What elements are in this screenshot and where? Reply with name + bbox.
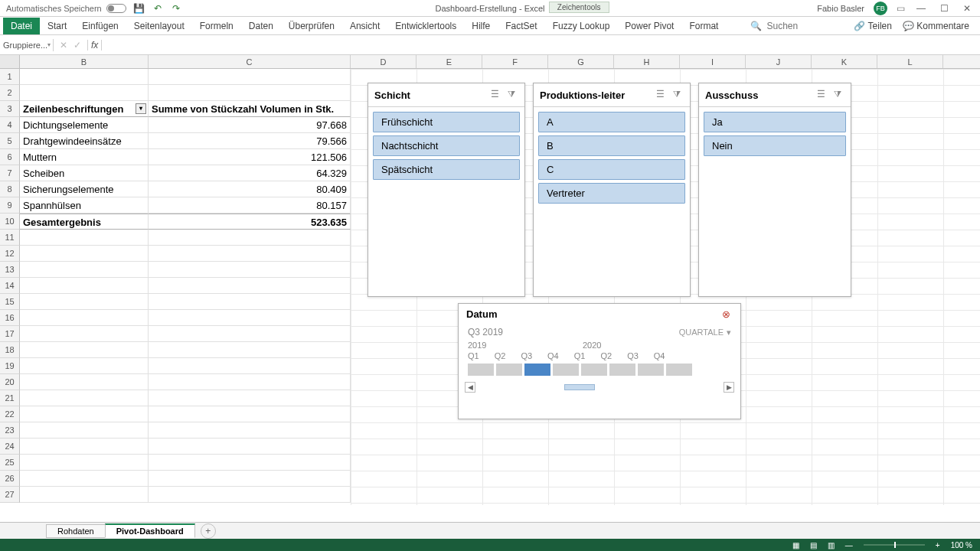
cell[interactable]	[20, 278, 149, 294]
cell[interactable]: Drahtgewindeeinsätze	[20, 133, 149, 149]
row-header[interactable]: 26	[0, 471, 20, 487]
tab-powerpivot[interactable]: Power Pivot	[617, 18, 681, 34]
slicer-schicht[interactable]: Schicht ☰ ⧩ FrühschichtNachtschichtSpäts…	[368, 83, 525, 297]
select-all-corner[interactable]	[0, 55, 20, 68]
sheet-tab[interactable]: Rohdaten	[46, 524, 106, 538]
grid-row[interactable]: 24	[0, 439, 980, 455]
row-header[interactable]: 17	[0, 326, 20, 342]
spreadsheet-grid[interactable]: 1 2 3 Zeilenbeschriftungen▾ Summe von St…	[0, 69, 980, 505]
cell[interactable]	[149, 439, 351, 455]
timeline-segment[interactable]	[496, 364, 522, 376]
col-header[interactable]: L	[877, 55, 943, 68]
timeline-next-button[interactable]: ▶	[724, 382, 734, 393]
col-header[interactable]: J	[746, 55, 812, 68]
row-header[interactable]: 1	[0, 69, 20, 85]
row-header[interactable]: 6	[0, 149, 20, 165]
cell[interactable]	[20, 310, 149, 326]
row-header[interactable]: 11	[0, 230, 20, 246]
user-avatar[interactable]: FB	[874, 2, 887, 15]
sheet-tab[interactable]: Pivot-Dashboard	[105, 523, 195, 538]
slicer-item[interactable]: A	[538, 112, 685, 132]
grid-row[interactable]: 23	[0, 422, 980, 439]
timeline-segment[interactable]	[581, 364, 607, 376]
col-header[interactable]: H	[614, 55, 680, 68]
clear-timeline-icon[interactable]: ⊗	[719, 308, 733, 322]
cell[interactable]	[20, 422, 149, 439]
row-header[interactable]: 24	[0, 439, 20, 455]
cell[interactable]: 97.668	[149, 117, 351, 133]
grid-row[interactable]: 25	[0, 455, 980, 471]
tab-ansicht[interactable]: Ansicht	[342, 18, 387, 34]
multiselect-icon[interactable]: ☰	[814, 88, 828, 102]
timeline-segment[interactable]	[553, 364, 579, 376]
tab-factset[interactable]: FactSet	[498, 18, 544, 34]
slicer-item[interactable]: Ja	[704, 112, 846, 132]
multiselect-icon[interactable]: ☰	[653, 88, 667, 102]
row-header[interactable]: 4	[0, 117, 20, 133]
col-header[interactable]: E	[416, 55, 482, 68]
tab-einfuegen[interactable]: Einfügen	[74, 18, 126, 34]
timeline-segment[interactable]	[468, 364, 494, 376]
row-header[interactable]: 8	[0, 181, 20, 197]
zoom-level[interactable]: 100 %	[951, 541, 972, 549]
row-header[interactable]: 5	[0, 133, 20, 149]
cell[interactable]	[20, 455, 149, 471]
ribbon-display-icon[interactable]: ▭	[897, 3, 905, 14]
cell[interactable]: 523.635	[149, 214, 351, 230]
cell[interactable]	[149, 471, 351, 487]
timeline-segment[interactable]	[524, 364, 550, 376]
cell[interactable]	[20, 85, 149, 101]
grid-row[interactable]: 27	[0, 487, 980, 503]
cell[interactable]	[20, 326, 149, 342]
row-header[interactable]: 21	[0, 390, 20, 406]
row-header[interactable]: 3	[0, 101, 20, 117]
tab-seitenlayout[interactable]: Seitenlayout	[126, 18, 192, 34]
cell[interactable]: 121.506	[149, 149, 351, 165]
cell[interactable]	[20, 390, 149, 406]
tab-entwicklertools[interactable]: Entwicklertools	[387, 18, 464, 34]
redo-icon[interactable]: ↷	[171, 3, 181, 14]
view-pagelayout-icon[interactable]: ▤	[810, 541, 817, 549]
col-header[interactable]: D	[351, 55, 416, 68]
row-header[interactable]: 16	[0, 310, 20, 326]
row-header[interactable]: 19	[0, 358, 20, 374]
col-header[interactable]: C	[149, 55, 351, 68]
cell[interactable]: 80.409	[149, 181, 351, 197]
tab-start[interactable]: Start	[40, 18, 74, 34]
cell[interactable]: Scheiben	[20, 165, 149, 181]
pivot-filter-dropdown[interactable]: ▾	[136, 103, 146, 114]
row-header[interactable]: 9	[0, 197, 20, 214]
cell[interactable]	[20, 374, 149, 390]
cell[interactable]: Dichtungselemente	[20, 117, 149, 133]
cell[interactable]	[149, 374, 351, 390]
row-header[interactable]: 14	[0, 278, 20, 294]
clear-filter-icon[interactable]: ⧩	[505, 88, 518, 102]
name-box[interactable]: Gruppiere...	[0, 39, 54, 51]
fx-icon[interactable]: fx	[87, 40, 102, 51]
row-header[interactable]: 7	[0, 165, 20, 181]
row-header[interactable]: 23	[0, 422, 20, 439]
tab-fuzzylookup[interactable]: Fuzzy Lookup	[545, 18, 618, 34]
cell[interactable]: Spannhülsen	[20, 197, 149, 214]
save-icon[interactable]: 💾	[134, 3, 145, 14]
zoom-slider[interactable]	[864, 544, 925, 546]
slicer-item[interactable]: Nein	[704, 135, 846, 156]
clear-filter-icon[interactable]: ⧩	[831, 88, 844, 102]
zoom-out-button[interactable]: —	[845, 541, 853, 549]
row-header[interactable]: 15	[0, 294, 20, 310]
cell[interactable]: Gesamtergebnis	[20, 214, 149, 230]
cell[interactable]	[20, 230, 149, 246]
cell[interactable]	[149, 69, 351, 85]
view-normal-icon[interactable]: ▦	[792, 541, 799, 549]
tab-hilfe[interactable]: Hilfe	[464, 18, 498, 34]
cell[interactable]	[149, 390, 351, 406]
cell[interactable]	[20, 487, 149, 503]
comments-button[interactable]: 💬 Kommentare	[903, 21, 969, 31]
col-header[interactable]: K	[812, 55, 877, 68]
cell[interactable]: Summe von Stückzahl Volumen in Stk.	[149, 101, 351, 117]
cell[interactable]	[20, 358, 149, 374]
contextual-tab[interactable]: Zeichentools	[549, 2, 609, 13]
cell[interactable]	[149, 342, 351, 358]
cell[interactable]	[149, 455, 351, 471]
accept-formula-icon[interactable]: ✓	[74, 40, 81, 51]
